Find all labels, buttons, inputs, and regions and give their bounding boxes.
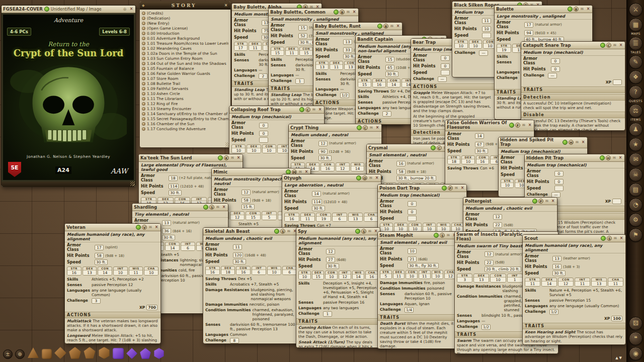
stat-value[interactable]: 12 [493, 214, 502, 220]
stat-value[interactable]: 13 [552, 256, 561, 261]
ability-dex[interactable]: DEX10 [469, 40, 482, 49]
stat-value[interactable]: 94 [524, 30, 533, 36]
story-item[interactable]: (Dedication) [141, 16, 229, 21]
story-item[interactable]: 1.03 Sun Column Entry Room [141, 56, 229, 61]
close-icon[interactable]: × [619, 236, 624, 241]
ability-dex[interactable]: DEX11 [393, 270, 405, 279]
stat-value[interactable]: 14 [475, 133, 484, 139]
ability-str[interactable]: STR10 [454, 40, 468, 49]
close-icon[interactable]: × [618, 155, 623, 160]
stat-value[interactable]: 30 ft. [475, 148, 488, 154]
token-icon[interactable]: B [574, 7, 579, 12]
window-titlebar[interactable]: Catapult Snare TrapC✉× [521, 42, 625, 49]
stat-value[interactable]: 13 [162, 220, 171, 226]
link-icon[interactable] [334, 10, 339, 15]
stat-value[interactable]: 120 [233, 252, 243, 258]
stat-value[interactable]: 12 [485, 251, 494, 257]
ability-str[interactable]: STR17 [234, 42, 248, 51]
chat-icon[interactable]: ✉ [575, 140, 580, 145]
statblock-window-catapult-snare-trap[interactable]: Catapult Snare TrapC✉×Medium trap (mecha… [521, 41, 625, 131]
story-item[interactable]: 1.02 Meandering Caves [141, 46, 229, 51]
stat-value[interactable] [408, 216, 417, 221]
ability-int[interactable]: INT11 [575, 278, 590, 287]
ability-str[interactable]: STR10 [298, 270, 311, 280]
token-icon[interactable]: K [224, 155, 229, 160]
link-icon[interactable] [218, 155, 223, 160]
token-icon[interactable]: C [437, 145, 442, 150]
sidebar-images-button[interactable]: ❖ [629, 70, 642, 84]
ability-dex[interactable]: DEX11 [330, 61, 343, 70]
story-item[interactable]: 1.15 Secret Passageway/Entry to the Cham… [141, 116, 229, 121]
stat-value[interactable] [259, 137, 268, 143]
stat-value[interactable]: 12 [326, 249, 335, 254]
stat-value[interactable]: 0 [554, 171, 564, 176]
stat-value[interactable]: 16 [396, 161, 406, 166]
ability-int[interactable]: INT6 [181, 242, 195, 251]
story-item[interactable]: 1.02a Doors in the Temple of the Sun [141, 51, 229, 56]
chat-icon[interactable]: ✉ [311, 107, 316, 112]
ability-cha[interactable]: CHA11 [608, 278, 623, 287]
token-icon[interactable]: S [209, 205, 214, 210]
token-icon[interactable]: O [362, 175, 367, 180]
ability-str[interactable]: STR13 [315, 61, 329, 70]
stat-value[interactable]: 12 [318, 141, 328, 146]
stat-value[interactable]: 15 [298, 25, 307, 31]
die-purple-d10[interactable] [140, 348, 151, 359]
window-titlebar[interactable]: Hidden and Spiked Pit TrapH✉× [499, 137, 587, 148]
ability-int[interactable]: INT11 [419, 270, 431, 279]
sidebar-calendar-button[interactable]: ◔ [629, 198, 642, 212]
sidebar-lighting-button[interactable]: ◉ [629, 347, 642, 360]
token-icon[interactable]: C [606, 43, 611, 48]
ability-str[interactable]: STR15 [358, 78, 371, 87]
statblock-window-skeletal-ash-beast[interactable]: Skeletal Ash BeastS✉×Medium undead , cha… [203, 227, 299, 344]
ability-con[interactable]: CON16 [476, 155, 489, 164]
chat-icon[interactable]: ✉ [346, 10, 351, 15]
window-titlebar[interactable]: Ka'teek The Sun LordK✉× [139, 154, 243, 162]
ability-cha[interactable]: CHA10 [144, 266, 158, 276]
ability-int[interactable]: INT6 [252, 266, 266, 275]
ability-dex[interactable]: DEX12 [230, 211, 245, 220]
ability-wis[interactable]: WIS14 [352, 270, 365, 280]
stat-value[interactable]: 15 ft. [242, 204, 255, 210]
close-icon[interactable]: × [460, 186, 465, 191]
window-titlebar[interactable]: Skeletal Ash BeastS✉× [203, 228, 299, 235]
chat-icon[interactable]: ✉ [446, 233, 451, 238]
link-icon[interactable] [601, 236, 606, 241]
link-icon[interactable] [203, 205, 208, 210]
story-window[interactable]: ◆ STORY × (Credits)(Dedication)(New Entr… [139, 1, 231, 148]
stat-value[interactable]: 30 ft. [169, 190, 182, 196]
ability-int[interactable]: INT10 [423, 223, 436, 232]
chat-icon[interactable]: ✉ [612, 155, 617, 160]
stat-value[interactable]: 15 [385, 57, 394, 62]
token-icon[interactable]: C [363, 125, 368, 130]
stat-value[interactable]: 13 [343, 39, 352, 45]
token-icon[interactable]: P [448, 186, 453, 191]
token-icon[interactable]: C [305, 107, 310, 112]
ability-str[interactable]: STR10 [501, 179, 514, 188]
link-icon[interactable] [562, 140, 568, 145]
chat-scroll-arrows[interactable]: ▲▼ [615, 356, 623, 360]
link-icon[interactable] [136, 225, 141, 230]
story-item[interactable]: 1.10 Ashen Circle [141, 91, 229, 96]
link-icon[interactable] [600, 43, 605, 48]
link-icon[interactable] [299, 107, 304, 112]
story-item[interactable]: 1.14 Sanctuary of/Entry to the Chamber o… [141, 111, 229, 116]
ability-con[interactable]: CON10 [262, 144, 276, 153]
window-titlebar[interactable]: Crypt ThingC✉× [289, 124, 381, 132]
stat-value[interactable]: 18 [169, 175, 178, 181]
ability-cha[interactable]: CHA6 [364, 213, 379, 222]
ability-str[interactable]: STR16 [284, 213, 299, 222]
ability-str[interactable]: STR3 [457, 274, 472, 283]
close-icon[interactable]: × [236, 155, 241, 160]
chat-icon[interactable]: ✉ [148, 225, 153, 230]
link-icon[interactable] [377, 24, 382, 29]
close-icon[interactable]: × [586, 7, 591, 12]
close-icon[interactable]: × [374, 175, 379, 180]
stat-value[interactable]: 0 [441, 63, 450, 69]
ability-cha[interactable]: CHA6 [282, 266, 297, 275]
link-icon[interactable] [434, 233, 439, 238]
close-icon[interactable]: × [375, 125, 380, 130]
story-item[interactable]: 0.00 Introduction [141, 31, 229, 36]
stat-value[interactable]: 22 [485, 260, 494, 265]
sidebar-quests-button[interactable]: ? [629, 85, 642, 99]
